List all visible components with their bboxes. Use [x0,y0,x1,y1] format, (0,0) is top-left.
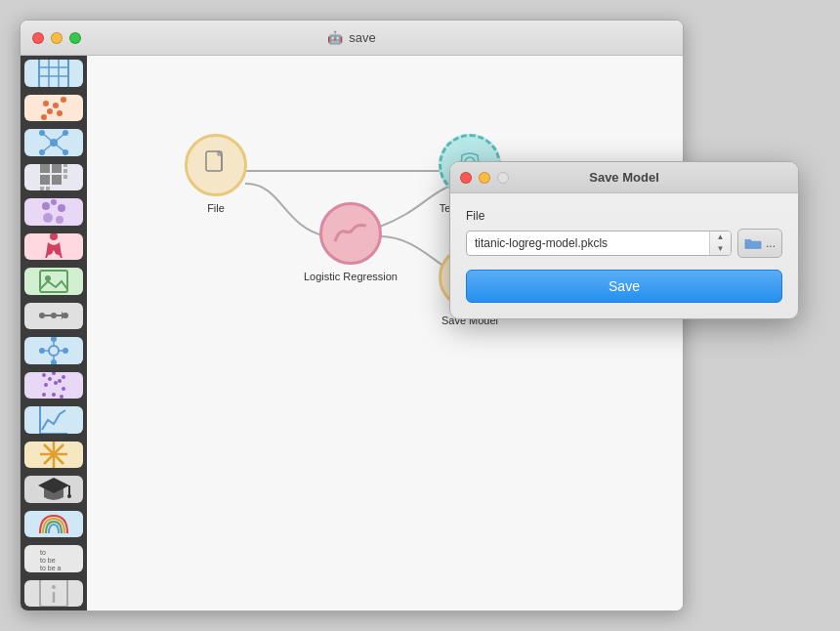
svg-point-40 [51,313,57,318]
svg-point-33 [56,216,63,224]
svg-point-46 [39,348,45,354]
dialog-maximize-button[interactable] [497,172,509,184]
window-title: save [349,30,375,45]
svg-rect-26 [63,175,67,179]
canvas-area: File Logistic Regression [87,56,683,610]
save-button[interactable]: Save [466,270,782,303]
grid-icon [36,164,71,191]
sidebar-item-cluster[interactable] [24,198,83,226]
dialog-body: File ▲ ▼ ... Save [450,193,798,318]
folder-button[interactable]: ... [737,229,782,258]
svg-rect-23 [52,175,62,185]
main-content: to to be to be a [21,56,683,610]
star-icon [36,442,71,469]
sidebar-item-chart[interactable] [24,406,83,434]
svg-rect-0 [39,60,68,87]
text-icon: to to be to be a [36,545,71,572]
svg-rect-21 [52,164,62,174]
svg-point-60 [42,393,46,397]
svg-point-30 [51,199,57,205]
svg-text:to be: to be [40,557,56,564]
network-icon [36,129,71,156]
dots-icon [36,372,71,400]
svg-point-61 [52,393,56,397]
maximize-button[interactable] [69,32,81,44]
flow-icon [36,303,71,330]
save-model-dialog: Save Model File ▲ ▼ ... [449,161,799,319]
sidebar-item-hub[interactable] [24,337,83,364]
spinner-up-button[interactable]: ▲ [710,231,731,243]
graduate-icon [36,476,71,503]
svg-point-59 [62,387,65,391]
svg-point-31 [58,204,65,212]
sidebar-item-image[interactable] [24,268,83,295]
svg-point-34 [50,233,58,241]
title-bar: 🤖 save [21,21,683,56]
file-input-row: ▲ ▼ ... [466,229,782,258]
title-emoji: 🤖 [327,30,343,45]
svg-point-9 [57,110,63,116]
sidebar-item-rainbow[interactable] [24,511,83,538]
sidebar-item-dots[interactable] [24,372,83,400]
sidebar-item-graduate[interactable] [24,476,83,503]
svg-point-57 [44,383,48,387]
workflow-connections [87,56,683,610]
svg-point-7 [53,103,59,108]
svg-rect-27 [40,187,44,190]
svg-point-63 [48,377,52,381]
file-input-wrapper: ▲ ▼ [466,231,732,256]
svg-rect-22 [40,175,50,185]
svg-point-47 [63,348,68,354]
node-file-circle [185,134,247,196]
svg-rect-24 [63,164,67,168]
cluster-icon [36,198,71,226]
sidebar-item-star[interactable] [24,442,83,469]
dialog-title-bar: Save Model [450,162,798,193]
spinner-buttons: ▲ ▼ [709,231,731,255]
scatter-icon [36,95,71,122]
close-button[interactable] [32,32,44,44]
sidebar-item-text[interactable]: to to be to be a [24,545,83,572]
svg-rect-28 [46,187,50,190]
chart-icon [36,406,71,434]
dialog-minimize-button[interactable] [479,172,490,184]
window-controls [32,32,81,44]
sidebar-item-table[interactable] [24,60,83,87]
svg-point-54 [42,373,46,377]
sidebar-item-scatter[interactable] [24,95,83,122]
file-input[interactable] [466,231,732,256]
svg-line-18 [42,143,54,152]
svg-point-48 [51,337,57,342]
svg-point-62 [60,395,63,399]
svg-point-58 [54,381,58,385]
run-icon [36,233,71,261]
svg-text:to: to [40,549,46,556]
sidebar-item-grid[interactable] [24,164,83,191]
svg-point-29 [42,202,50,210]
hub-icon [36,337,71,364]
image-icon [36,268,71,295]
node-logreg-label: Logistic Regression [304,271,398,282]
node-logreg[interactable]: Logistic Regression [304,202,398,282]
sidebar-item-info[interactable] [24,580,83,608]
svg-rect-37 [40,271,67,292]
node-file[interactable]: File [185,134,247,214]
sidebar-item-run[interactable] [24,233,83,261]
svg-point-55 [52,372,56,376]
svg-point-39 [39,313,45,318]
dialog-title: Save Model [589,170,659,185]
svg-point-6 [47,108,53,114]
sidebar-item-flow[interactable] [24,303,83,330]
svg-point-45 [49,346,59,356]
rainbow-icon [36,511,71,538]
minimize-button[interactable] [51,32,63,44]
node-file-label: File [207,202,225,214]
sidebar: to to be to be a [21,56,87,610]
svg-rect-25 [63,169,67,173]
folder-btn-label: ... [766,236,776,250]
sidebar-item-network[interactable] [24,129,83,156]
node-logreg-circle [319,202,382,265]
spinner-down-button[interactable]: ▼ [710,243,731,255]
table-icon [36,60,71,87]
dialog-close-button[interactable] [460,172,472,184]
